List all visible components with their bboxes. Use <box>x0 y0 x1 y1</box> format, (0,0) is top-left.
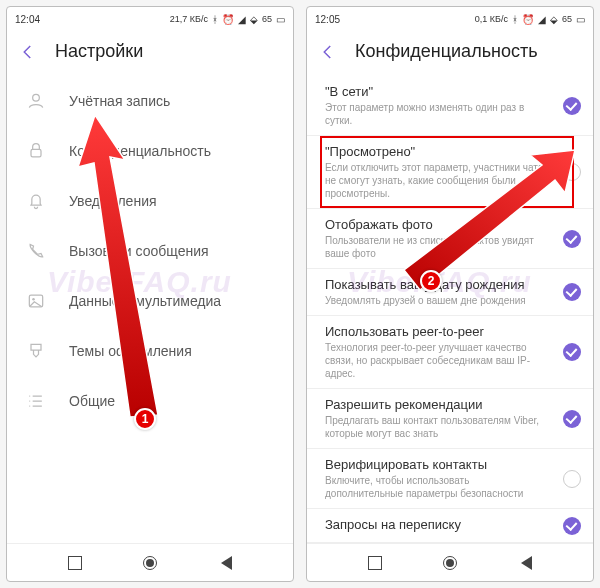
toggle[interactable] <box>563 470 581 488</box>
privacy-item-recommend[interactable]: Разрешить рекомендации Предлагать ваш ко… <box>307 389 593 449</box>
privacy-item-p2p[interactable]: Использовать peer-to-peer Технология pee… <box>307 316 593 389</box>
phone-left: 12:04 21,7 КБ/с ᚼ ⏰ ◢ ⬙ 65 ▭ Настройки У… <box>6 6 294 582</box>
item-label: Общие <box>69 393 115 409</box>
toggle[interactable] <box>563 410 581 428</box>
privacy-item-online[interactable]: "В сети" Этот параметр можно изменять од… <box>307 76 593 136</box>
header: Конфиденциальность <box>307 31 593 76</box>
bluetooth-icon: ᚼ <box>212 14 218 25</box>
toggle[interactable] <box>563 283 581 301</box>
toggle[interactable] <box>563 97 581 115</box>
alarm-icon: ⏰ <box>222 14 234 25</box>
battery-icon: ▭ <box>576 14 585 25</box>
sidebar-item-general[interactable]: Общие <box>7 376 293 426</box>
svg-point-3 <box>32 298 35 301</box>
status-icons: 21,7 КБ/с ᚼ ⏰ ◢ ⬙ 65 ▭ <box>170 14 285 25</box>
status-icons: 0,1 КБ/с ᚼ ⏰ ◢ ⬙ 65 ▭ <box>475 14 585 25</box>
status-bar: 12:04 21,7 КБ/с ᚼ ⏰ ◢ ⬙ 65 ▭ <box>7 7 293 31</box>
item-desc: Этот параметр можно изменять один раз в … <box>325 101 547 127</box>
privacy-item-birthday[interactable]: Показывать вашу дату рождения Уведомлять… <box>307 269 593 316</box>
item-desc: Предлагать ваш контакт пользователям Vib… <box>325 414 547 440</box>
image-icon <box>25 290 47 312</box>
item-label: Темы оформления <box>69 343 192 359</box>
home-button[interactable] <box>443 556 457 570</box>
item-title: Запросы на переписку <box>325 517 547 532</box>
recent-apps-button[interactable] <box>368 556 382 570</box>
privacy-item-requests[interactable]: Запросы на переписку <box>307 509 593 543</box>
list-icon <box>25 390 47 412</box>
android-navbar <box>307 543 593 581</box>
item-label: Конфиденциальность <box>69 143 211 159</box>
svg-rect-1 <box>31 149 41 157</box>
bluetooth-icon: ᚼ <box>512 14 518 25</box>
svg-point-0 <box>33 94 40 101</box>
sidebar-item-calls[interactable]: Вызовы и сообщения <box>7 226 293 276</box>
sidebar-item-media[interactable]: Данные и мультимедиа <box>7 276 293 326</box>
page-title: Настройки <box>55 41 143 62</box>
item-label: Вызовы и сообщения <box>69 243 209 259</box>
privacy-item-photo[interactable]: Отображать фото Пользователи не из списк… <box>307 209 593 269</box>
toggle[interactable] <box>563 343 581 361</box>
status-time: 12:05 <box>315 14 340 25</box>
privacy-list: "В сети" Этот параметр можно изменять од… <box>307 76 593 543</box>
android-navbar <box>7 543 293 581</box>
privacy-item-seen[interactable]: "Просмотрено" Если отключить этот параме… <box>307 136 593 209</box>
home-button[interactable] <box>143 556 157 570</box>
lock-icon <box>25 140 47 162</box>
item-desc: Если отключить этот параметр, участники … <box>325 161 547 200</box>
recent-apps-button[interactable] <box>68 556 82 570</box>
item-desc: Пользователи не из списка контактов увид… <box>325 234 547 260</box>
settings-list: Учётная запись Конфиденциальность Уведом… <box>7 76 293 543</box>
wifi-icon: ⬙ <box>250 14 258 25</box>
item-title: Разрешить рекомендации <box>325 397 547 412</box>
signal-icon: ◢ <box>238 14 246 25</box>
item-desc: Технология peer-to-peer улучшает качеств… <box>325 341 547 380</box>
sidebar-item-notifications[interactable]: Уведомления <box>7 176 293 226</box>
item-title: Показывать вашу дату рождения <box>325 277 547 292</box>
alarm-icon: ⏰ <box>522 14 534 25</box>
back-button[interactable] <box>518 556 532 570</box>
sidebar-item-themes[interactable]: Темы оформления <box>7 326 293 376</box>
status-time: 12:04 <box>15 14 40 25</box>
item-label: Уведомления <box>69 193 157 209</box>
back-icon[interactable] <box>319 43 337 61</box>
back-icon[interactable] <box>19 43 37 61</box>
back-button[interactable] <box>218 556 232 570</box>
status-bar: 12:05 0,1 КБ/с ᚼ ⏰ ◢ ⬙ 65 ▭ <box>307 7 593 31</box>
wifi-icon: ⬙ <box>550 14 558 25</box>
item-title: Использовать peer-to-peer <box>325 324 547 339</box>
item-label: Учётная запись <box>69 93 170 109</box>
item-title: Верифицировать контакты <box>325 457 547 472</box>
page-title: Конфиденциальность <box>355 41 538 62</box>
privacy-item-verify[interactable]: Верифицировать контакты Включите, чтобы … <box>307 449 593 509</box>
item-desc: Уведомлять друзей о вашем дне рождения <box>325 294 547 307</box>
toggle[interactable] <box>563 517 581 535</box>
item-title: "В сети" <box>325 84 547 99</box>
header: Настройки <box>7 31 293 76</box>
bell-icon <box>25 190 47 212</box>
battery-icon: ▭ <box>276 14 285 25</box>
item-title: "Просмотрено" <box>325 144 547 159</box>
phone-right: 12:05 0,1 КБ/с ᚼ ⏰ ◢ ⬙ 65 ▭ Конфиденциал… <box>306 6 594 582</box>
signal-icon: ◢ <box>538 14 546 25</box>
item-desc: Включите, чтобы использовать дополнитель… <box>325 474 547 500</box>
toggle[interactable] <box>563 230 581 248</box>
user-icon <box>25 90 47 112</box>
phone-icon <box>25 240 47 262</box>
brush-icon <box>25 340 47 362</box>
toggle[interactable] <box>563 163 581 181</box>
sidebar-item-account[interactable]: Учётная запись <box>7 76 293 126</box>
item-label: Данные и мультимедиа <box>69 293 221 309</box>
item-title: Отображать фото <box>325 217 547 232</box>
sidebar-item-privacy[interactable]: Конфиденциальность <box>7 126 293 176</box>
